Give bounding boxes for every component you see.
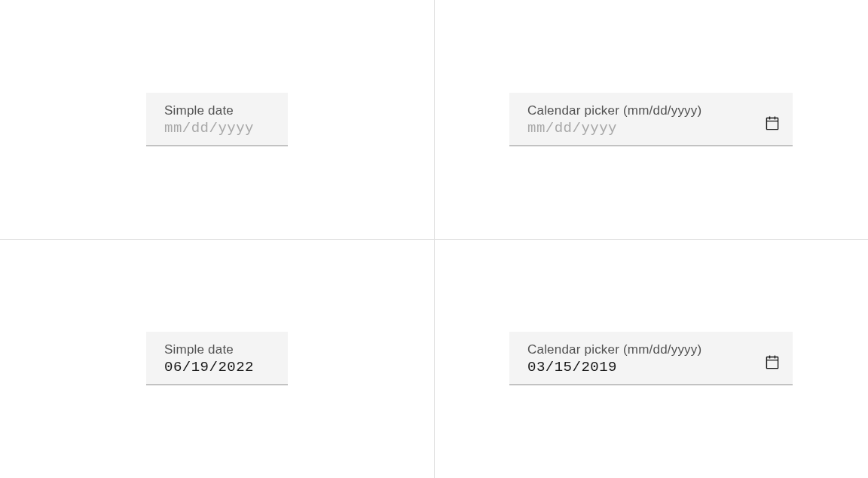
simple-date-field-filled[interactable]: Simple date 06/19/2022 [146,332,288,385]
calendar-picker-field-filled[interactable]: Calendar picker (mm/dd/yyyy) 03/15/2019 [509,332,793,385]
cell-top-right: Calendar picker (mm/dd/yyyy) mm/dd/yyyy [434,0,868,239]
field-label: Calendar picker (mm/dd/yyyy) [527,103,701,118]
cell-bottom-left: Simple date 06/19/2022 [0,239,434,478]
field-label: Simple date [164,103,254,118]
field-label: Calendar picker (mm/dd/yyyy) [527,342,701,357]
field-content: Calendar picker (mm/dd/yyyy) mm/dd/yyyy [527,103,701,136]
cell-bottom-right: Calendar picker (mm/dd/yyyy) 03/15/2019 [434,239,868,478]
field-value: 06/19/2022 [164,359,254,375]
field-content: Simple date mm/dd/yyyy [164,103,254,136]
field-value: 03/15/2019 [527,359,701,375]
calendar-icon[interactable] [764,354,781,375]
field-content: Simple date 06/19/2022 [164,342,254,375]
calendar-picker-field-empty[interactable]: Calendar picker (mm/dd/yyyy) mm/dd/yyyy [509,93,793,146]
field-placeholder: mm/dd/yyyy [164,120,254,136]
cell-top-left: Simple date mm/dd/yyyy [0,0,434,239]
field-content: Calendar picker (mm/dd/yyyy) 03/15/2019 [527,342,701,375]
field-placeholder: mm/dd/yyyy [527,120,701,136]
field-label: Simple date [164,342,254,357]
simple-date-field-empty[interactable]: Simple date mm/dd/yyyy [146,93,288,146]
horizontal-divider [0,239,868,240]
calendar-icon[interactable] [764,115,781,136]
